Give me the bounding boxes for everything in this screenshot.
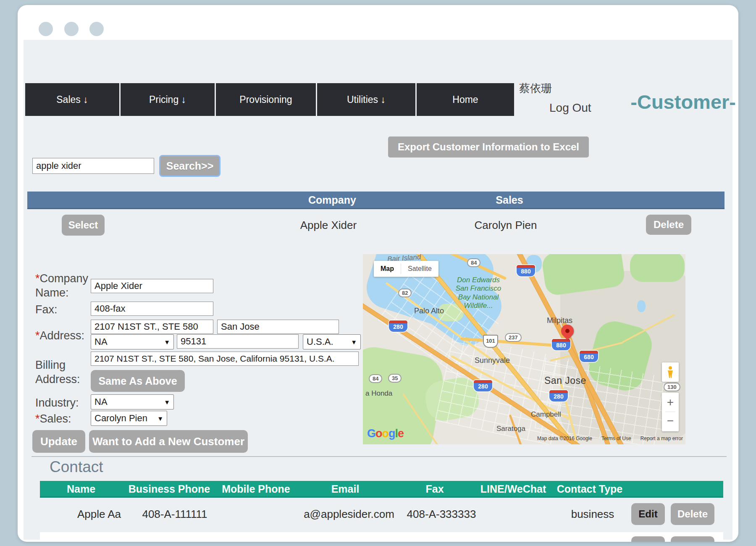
report-map-error-link[interactable]: Report a map error [640,436,683,441]
zoom-in-button[interactable]: + [662,393,679,412]
company-name-label: *Company Name: [35,272,94,300]
map-label-campbell: Campbell [531,410,561,419]
pegman-icon [666,366,675,378]
map-label-la-honda: a Honda [365,389,392,398]
add-new-customer-button[interactable]: Want to Add a New Customer [89,430,248,453]
contact-header-row: Name Business Phone Mobile Phone Email F… [40,481,723,498]
search-button[interactable]: Search>> [159,155,220,177]
window-control-dot[interactable] [39,22,53,36]
nav-pricing[interactable]: Pricing ↓ [121,83,215,116]
nav-provisioning-label: Provisioning [239,94,292,105]
delete-customer-button[interactable]: Delete [646,215,691,235]
map-type-satellite-button[interactable]: Satellite [401,265,438,273]
terms-of-use-link[interactable]: Terms of Use [601,436,631,441]
divider [32,456,727,457]
contact-email: b@applesider.com [301,541,397,542]
chevron-down-icon: ▼ [157,415,163,422]
map-park [630,254,685,282]
map-data-credit: Map data ©2016 Google [537,436,592,441]
contact-col-contact-type: Contact Type [548,483,632,495]
results-company-value: Apple Xider [270,219,387,232]
zoom-out-button[interactable]: − [662,412,679,431]
nav-sales[interactable]: Sales ↓ [25,83,119,116]
page-content: Sales ↓ Pricing ↓ Provisioning Utilities… [24,40,732,540]
contact-name: Apple Aa [61,508,137,521]
map-shield-101: 101 [483,335,498,348]
contact-col-line-wechat: LINE/WeChat [471,483,555,495]
map-type-map-button[interactable]: Map [374,265,401,273]
results-col-sales: Sales [451,194,568,206]
fax-input[interactable] [91,302,213,316]
map-label-san-jose: San Jose [544,375,586,386]
nav-utilities[interactable]: Utilities ↓ [317,83,415,116]
nav-provisioning[interactable]: Provisioning [216,83,316,116]
street-input[interactable] [91,320,213,334]
contact-col-name: Name [43,483,119,495]
chevron-down-icon: ▼ [351,339,357,346]
fax-label: Fax: [35,303,58,317]
map-shield-280: 280 [389,320,407,332]
contact-business-phone: 408-A-111111 [129,508,221,521]
contact-fax: 408-B-333333 [397,541,486,542]
google-map[interactable]: Bair Island Don Edwards San Francisco Ba… [363,254,685,444]
contact-fax: 408-A-333333 [397,508,486,521]
nav-sales-label: Sales ↓ [56,94,88,105]
map-shield-237: 237 [505,333,522,342]
edit-contact-button[interactable]: Edit [631,536,665,542]
map-shield-280: 280 [474,380,492,391]
address-label: *Address: [35,329,84,343]
export-excel-button[interactable]: Export Customer Information to Excel [388,136,589,158]
delete-contact-button[interactable]: Delete [671,503,714,525]
map-shield-35: 35 [388,374,402,383]
contact-email: a@applesider.com [301,508,397,521]
results-col-company: Company [273,194,391,206]
chevron-down-icon: ▼ [164,399,170,406]
state-select[interactable]: NA▼ [91,334,174,349]
map-type-control: Map Satellite [374,261,438,277]
country-select[interactable]: U.S.A.▼ [303,334,361,349]
contact-mobile-phone: 408-B-222222 [217,541,303,542]
results-sales-value: Carolyn Pien [447,219,564,232]
billing-address-input[interactable] [91,352,359,366]
contact-col-email: Email [303,483,387,495]
map-shield-680: 680 [580,351,598,362]
same-as-above-button[interactable]: Same As Above [91,370,185,392]
sales-label: *Sales: [35,412,71,426]
required-mark: * [35,272,40,285]
map-label-wildlife: Don Edwards San Francisco Bay National W… [443,276,514,310]
pegman-control[interactable] [662,362,679,382]
google-logo[interactable]: Google [367,427,404,440]
nav-pricing-label: Pricing ↓ [149,94,186,105]
city-input[interactable] [217,320,339,334]
map-label-sunnyvale: Sunnyvale [475,356,510,365]
results-header-row: Company Sales [27,192,724,209]
nav-home[interactable]: Home [417,83,514,116]
edit-contact-button[interactable]: Edit [631,503,665,525]
map-label-saratoga: Saratoga [496,425,525,433]
window-control-dot[interactable] [64,22,79,36]
contact-row: Apple Bb 408-B-222222 b@applesider.com 4… [40,532,723,542]
chevron-down-icon: ▼ [164,339,170,346]
map-shield-880: 880 [517,265,535,276]
map-zoom-control: + − [662,393,679,431]
delete-contact-button[interactable]: Delete [671,536,714,542]
search-input[interactable] [32,158,154,174]
map-label-palo-alto: Palo Alto [414,307,444,315]
map-shield-280: 280 [549,390,568,402]
map-shield-130: 130 [664,383,680,391]
window-control-dot[interactable] [89,22,104,36]
industry-select[interactable]: NA▼ [91,394,174,410]
select-button[interactable]: Select [62,215,105,236]
company-name-input[interactable] [91,279,213,293]
map-shield-84: 84 [369,374,382,383]
map-shield-84: 84 [467,258,480,267]
screen: Sales ↓ Pricing ↓ Provisioning Utilities… [0,0,756,546]
nav-home-label: Home [452,94,478,105]
contact-col-business-phone: Business Phone [123,483,215,495]
zip-input[interactable] [177,334,299,349]
contact-col-mobile-phone: Mobile Phone [213,483,299,495]
update-button[interactable]: Update [32,430,85,453]
user-name: 蔡依珊 [519,81,552,96]
sales-select[interactable]: Carolyn Pien▼ [91,411,167,426]
contact-name: Apple Bb [61,541,137,542]
